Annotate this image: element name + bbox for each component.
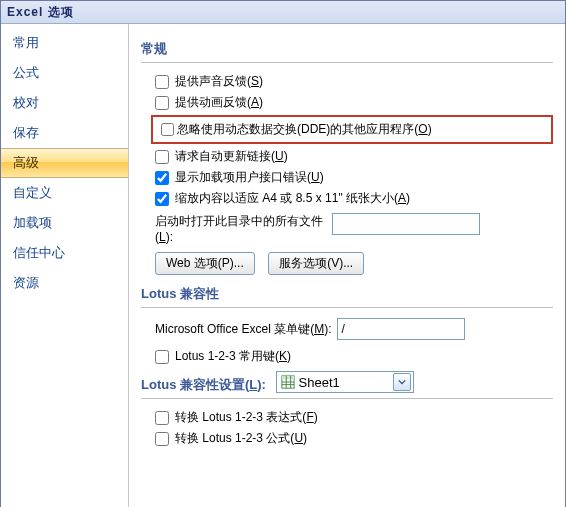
nav-item-customize[interactable]: 自定义 — [1, 178, 128, 208]
input-excel-menu-key[interactable] — [337, 318, 465, 340]
checkbox-scale-paper[interactable] — [155, 192, 169, 206]
worksheet-icon — [281, 375, 295, 389]
label-lotus-expressions: 转换 Lotus 1-2-3 表达式(F) — [175, 409, 318, 426]
options-dialog: Excel 选项 常用 公式 校对 保存 高级 自定义 加载项 信任中心 资源 … — [0, 0, 566, 507]
nav-item-advanced[interactable]: 高级 — [1, 148, 128, 178]
row-scale-paper: 缩放内容以适应 A4 或 8.5 x 11" 纸张大小(A) — [155, 190, 553, 207]
button-service-options[interactable]: 服务选项(V)... — [268, 252, 364, 275]
svg-rect-1 — [281, 376, 293, 380]
checkbox-anim-feedback[interactable] — [155, 96, 169, 110]
label-startup-folder: 启动时打开此目录中的所有文件 (L): — [155, 213, 323, 244]
label-ignore-dde: 忽略使用动态数据交换(DDE)的其他应用程序(O) — [177, 121, 432, 138]
label-lotus-formulas: 转换 Lotus 1-2-3 公式(U) — [175, 430, 307, 447]
label-addin-errors: 显示加载项用户接口错误(U) — [175, 169, 324, 186]
row-startup-folder: 启动时打开此目录中的所有文件 (L): — [155, 213, 553, 244]
row-excel-menu-key: Microsoft Office Excel 菜单键(M): — [155, 318, 553, 340]
dropdown-sheet-value: Sheet1 — [299, 375, 389, 390]
nav-item-addins[interactable]: 加载项 — [1, 208, 128, 238]
category-sidebar: 常用 公式 校对 保存 高级 自定义 加载项 信任中心 资源 — [1, 24, 129, 507]
label-autolink: 请求自动更新链接(U) — [175, 148, 288, 165]
nav-item-resources[interactable]: 资源 — [1, 268, 128, 298]
label-lotus-common-keys: Lotus 1-2-3 常用键(K) — [175, 348, 291, 365]
nav-item-formulas[interactable]: 公式 — [1, 58, 128, 88]
nav-item-proofing[interactable]: 校对 — [1, 88, 128, 118]
row-lotus-expressions: 转换 Lotus 1-2-3 表达式(F) — [155, 409, 553, 426]
nav-item-common[interactable]: 常用 — [1, 28, 128, 58]
label-scale-paper: 缩放内容以适应 A4 或 8.5 x 11" 纸张大小(A) — [175, 190, 410, 207]
checkbox-sound-feedback[interactable] — [155, 75, 169, 89]
label-anim-feedback: 提供动画反馈(A) — [175, 94, 263, 111]
settings-pane: 常规 提供声音反馈(S) 提供动画反馈(A) 忽略使用动态数据交换(DDE)的其… — [129, 24, 565, 507]
nav-item-trust[interactable]: 信任中心 — [1, 238, 128, 268]
checkbox-lotus-expressions[interactable] — [155, 411, 169, 425]
section-header-lotus-compat: Lotus 兼容性 — [141, 285, 553, 308]
row-addinerr: 显示加载项用户接口错误(U) — [155, 169, 553, 186]
window-title: Excel 选项 — [7, 5, 74, 19]
chevron-down-icon — [393, 373, 411, 391]
checkbox-lotus-formulas[interactable] — [155, 432, 169, 446]
checkbox-autolink[interactable] — [155, 150, 169, 164]
row-lotus-common-keys: Lotus 1-2-3 常用键(K) — [155, 348, 553, 365]
input-startup-folder[interactable] — [332, 213, 480, 235]
row-autolink: 请求自动更新链接(U) — [155, 148, 553, 165]
row-ignore-dde-highlighted: 忽略使用动态数据交换(DDE)的其他应用程序(O) — [151, 115, 553, 144]
checkbox-lotus-common-keys[interactable] — [155, 350, 169, 364]
label-sound-feedback: 提供声音反馈(S) — [175, 73, 263, 90]
title-bar: Excel 选项 — [1, 1, 565, 24]
row-anim-feedback: 提供动画反馈(A) — [155, 94, 553, 111]
button-web-options[interactable]: Web 选项(P)... — [155, 252, 255, 275]
checkbox-addin-errors[interactable] — [155, 171, 169, 185]
dropdown-sheet-selector[interactable]: Sheet1 — [276, 371, 414, 393]
checkbox-ignore-dde[interactable] — [161, 123, 174, 136]
label-excel-menu-key: Microsoft Office Excel 菜单键(M): — [155, 321, 331, 338]
row-lotus-formulas: 转换 Lotus 1-2-3 公式(U) — [155, 430, 553, 447]
section-header-general: 常规 — [141, 40, 553, 63]
nav-item-save[interactable]: 保存 — [1, 118, 128, 148]
row-sound-feedback: 提供声音反馈(S) — [155, 73, 553, 90]
section-header-lotus-compat-settings: Lotus 兼容性设置(L): Sheet1 — [141, 371, 553, 399]
